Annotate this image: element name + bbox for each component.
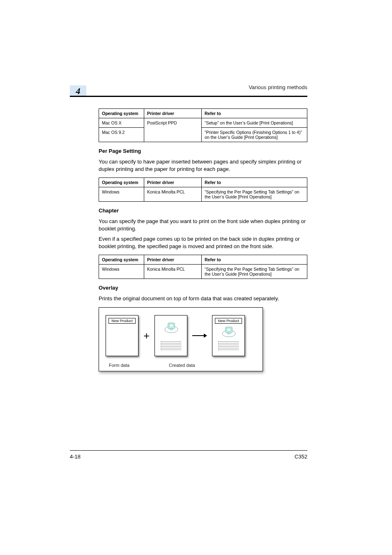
cell-refer: “Specifying the Per Page Setting Tab Set…: [202, 187, 307, 202]
cell-driver: Konica Minolta PCL: [144, 265, 202, 279]
col-driver-header: Printer driver: [144, 109, 202, 118]
plus-icon: +: [143, 330, 150, 341]
cell-os: Windows: [99, 187, 144, 202]
para-per-page-setting: You can specify to have paper inserted b…: [99, 158, 307, 173]
table-per-page-setting: Operating system Printer driver Refer to…: [99, 177, 307, 202]
table-row: Mac OS 9.2 “Printer Specific Options (Fi…: [99, 128, 307, 142]
table-row: Mac OS X PostScript PPD “Setup” on the U…: [99, 118, 307, 128]
result-page-icon: New Product: [212, 315, 245, 356]
diagram-row: New Product +: [106, 315, 256, 356]
page-body: Operating system Printer driver Refer to…: [99, 104, 307, 371]
heading-chapter: Chapter: [99, 207, 307, 214]
running-header: Various printing methods: [99, 84, 307, 90]
cell-refer: “Setup” on the User’s Guide [Print Opera…: [202, 118, 307, 128]
created-data-page-icon: [154, 315, 187, 356]
svg-rect-3: [170, 329, 173, 330]
col-os-header: Operating system: [99, 255, 144, 265]
table-mac-drivers: Operating system Printer driver Refer to…: [99, 108, 307, 142]
product-art-icon: [221, 325, 237, 338]
table-header-row: Operating system Printer driver Refer to: [99, 255, 307, 265]
svg-rect-9: [228, 333, 230, 334]
header-rule: [70, 96, 307, 97]
footer-page-number: 4-18: [70, 454, 81, 460]
text-lines-icon: [218, 341, 239, 350]
form-data-page-icon: New Product: [106, 315, 138, 356]
para-chapter-2: Even if a specified page comes up to be …: [99, 235, 307, 250]
cell-driver: PostScript PPD: [144, 118, 202, 142]
overlay-diagram-container: New Product +: [99, 307, 307, 371]
svg-rect-8: [227, 328, 231, 331]
caption-form-data: Form data: [109, 363, 129, 368]
arrow-right-icon: [192, 333, 207, 338]
chapter-number: 4: [76, 86, 81, 97]
cell-refer: “Specifying the Per Page Setting Tab Set…: [202, 265, 307, 279]
cell-driver: Konica Minolta PCL: [144, 187, 202, 202]
col-refer-header: Refer to: [202, 255, 307, 265]
cell-os: Mac OS 9.2: [99, 128, 144, 142]
col-refer-header: Refer to: [202, 109, 307, 118]
chapter-number-badge: 4: [70, 85, 86, 97]
heading-overlay: Overlay: [99, 285, 307, 291]
result-page-label: New Product: [215, 318, 242, 324]
col-os-header: Operating system: [99, 109, 144, 118]
footer-model: C352: [295, 454, 307, 460]
running-title: Various printing methods: [249, 84, 307, 90]
svg-rect-2: [169, 324, 173, 327]
form-page-label: New Product: [108, 318, 136, 324]
caption-created-data: Created data: [169, 363, 195, 368]
table-row: Windows Konica Minolta PCL “Specifying t…: [99, 265, 307, 279]
table-row: Windows Konica Minolta PCL “Specifying t…: [99, 187, 307, 202]
svg-marker-5: [204, 334, 207, 338]
cell-os: Mac OS X: [99, 118, 144, 128]
cell-refer: “Printer Specific Options (Finishing Opt…: [202, 128, 307, 142]
col-driver-header: Printer driver: [144, 255, 202, 265]
col-os-header: Operating system: [99, 178, 144, 187]
col-refer-header: Refer to: [202, 178, 307, 187]
text-lines-icon: [161, 341, 181, 350]
heading-per-page-setting: Per Page Setting: [99, 148, 307, 154]
table-header-row: Operating system Printer driver Refer to: [99, 109, 307, 118]
footer-rule: [70, 450, 307, 451]
product-art-icon: [163, 321, 180, 334]
table-header-row: Operating system Printer driver Refer to: [99, 178, 307, 187]
cell-os: Windows: [99, 265, 144, 279]
overlay-diagram: New Product +: [99, 307, 263, 371]
table-chapter: Operating system Printer driver Refer to…: [99, 255, 307, 279]
para-overlay: Prints the original document on top of f…: [99, 295, 307, 302]
para-chapter-1: You can specify the page that you want t…: [99, 218, 307, 232]
col-driver-header: Printer driver: [144, 178, 202, 187]
